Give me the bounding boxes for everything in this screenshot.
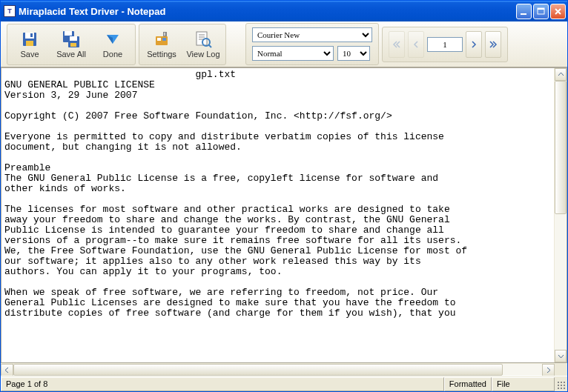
first-page-icon [392,40,401,49]
maximize-icon [536,7,546,16]
resize-grip[interactable] [555,377,567,391]
svg-rect-4 [25,33,34,39]
scroll-down-button[interactable] [555,350,567,362]
grip-icon [557,381,566,390]
close-icon [553,7,563,16]
chevron-right-icon [545,367,552,373]
toolbar: Save Save All Done Settings [1,21,567,67]
font-size-select[interactable]: 10 [337,46,370,61]
scroll-thumb-v[interactable] [555,81,567,214]
scroll-track-h[interactable] [13,364,542,376]
prev-page-icon [412,40,420,49]
statusbar: Page 1 of 8 Formatted File [1,376,567,391]
svg-rect-11 [70,43,76,47]
maximize-button[interactable] [533,4,549,19]
view-log-label: View Log [186,50,219,59]
app-icon: T [4,5,16,17]
window-title: Miraplacid Text Driver - Notepad [19,6,516,17]
first-page-button[interactable] [389,31,405,58]
document-text[interactable]: gpl.txt GNU GENERAL PUBLIC LICENSE Versi… [1,68,554,362]
svg-line-21 [208,44,211,47]
status-formatted: Formatted [444,377,492,391]
window-controls [516,4,566,19]
last-page-button[interactable] [485,31,501,58]
titlebar[interactable]: T Miraplacid Text Driver - Notepad [1,1,567,21]
view-log-icon [194,30,212,48]
app-window: T Miraplacid Text Driver - Notepad Save [0,0,568,392]
chevron-left-icon [4,367,10,373]
svg-rect-13 [157,38,161,41]
svg-rect-0 [521,13,526,15]
settings-icon [153,30,171,48]
settings-label: Settings [147,50,176,59]
vertical-scrollbar[interactable] [554,68,567,362]
font-group: Courier New Normal 10 [245,23,379,65]
page-number-input[interactable] [427,37,463,52]
chevron-down-icon [558,353,564,359]
scroll-thumb-h[interactable] [13,364,503,376]
minimize-icon [519,7,529,16]
chevron-up-icon [558,71,564,78]
page-nav-group [382,27,508,62]
content-area: gpl.txt GNU GENERAL PUBLIC LICENSE Versi… [1,67,567,363]
next-page-icon [470,40,478,49]
settings-button[interactable]: Settings [142,27,182,62]
font-weight-select[interactable]: Normal [252,46,334,61]
save-icon [21,30,39,48]
svg-rect-14 [162,38,166,41]
scroll-corner [555,363,567,376]
status-page-info: Page 1 of 8 [1,377,444,391]
settings-group: Settings View Log [139,24,226,65]
save-all-icon [62,30,80,48]
save-label: Save [20,50,39,59]
next-page-button[interactable] [466,31,482,58]
view-log-button[interactable]: View Log [183,27,223,62]
save-all-button[interactable]: Save All [51,27,91,62]
horizontal-scroll-row [1,363,567,376]
prev-page-button[interactable] [408,31,424,58]
horizontal-scrollbar[interactable] [1,363,555,376]
scroll-up-button[interactable] [555,68,567,81]
svg-rect-10 [70,36,77,41]
close-button[interactable] [550,4,566,19]
save-button[interactable]: Save [10,27,50,62]
done-icon [104,30,122,48]
last-page-icon [489,40,498,49]
font-family-select[interactable]: Courier New [252,27,372,42]
scroll-right-button[interactable] [542,364,555,376]
svg-rect-8 [65,31,72,36]
svg-rect-2 [538,8,544,10]
scroll-track-v[interactable] [555,81,567,350]
done-label: Done [103,50,122,59]
status-file: File [492,377,555,391]
svg-rect-5 [26,41,33,46]
done-button[interactable]: Done [93,27,133,62]
file-actions-group: Save Save All Done [7,24,136,65]
save-all-label: Save All [56,50,86,59]
svg-rect-15 [164,33,165,36]
svg-rect-6 [30,33,33,37]
scroll-left-button[interactable] [1,364,13,376]
minimize-button[interactable] [516,4,532,19]
